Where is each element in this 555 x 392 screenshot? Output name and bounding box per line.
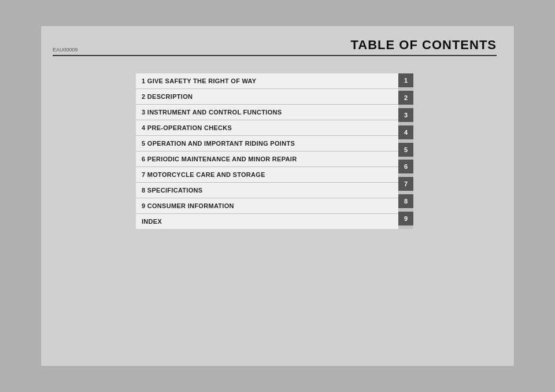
toc-row-label: 7 MOTORCYCLE CARE AND STORAGE	[136, 167, 398, 182]
toc-row-label: 8 SPECIFICATIONS	[136, 183, 398, 198]
toc-row-label: 6 PERIODIC MAINTENANCE AND MINOR REPAIR	[136, 151, 398, 167]
toc-number-badge: 1	[398, 73, 413, 87]
toc-row-label: 4 PRE-OPERATION CHECKS	[136, 120, 398, 135]
page-inner: EAU00009 TABLE OF CONTENTS 1 GIVE SAFETY…	[41, 26, 514, 366]
toc-row[interactable]: 9 CONSUMER INFORMATION	[136, 198, 398, 214]
toc-number-badge: 3	[398, 108, 413, 122]
toc-index-label: INDEX	[136, 214, 398, 229]
toc-row[interactable]: 8 SPECIFICATIONS	[136, 183, 398, 198]
toc-row-label: 3 INSTRUMENT AND CONTROL FUNCTIONS	[136, 105, 398, 120]
toc-row[interactable]: 2 DESCRIPTION	[136, 89, 398, 105]
toc-number-badge: 7	[398, 177, 413, 191]
doc-code: EAU00009	[53, 47, 78, 53]
toc-number-badge: 9	[398, 212, 413, 225]
toc-row-label: 1 GIVE SAFETY THE RIGHT OF WAY	[136, 73, 398, 88]
toc-row[interactable]: 4 PRE-OPERATION CHECKS	[136, 120, 398, 136]
number-col: 123456789	[398, 73, 413, 229]
toc-row[interactable]: 3 INSTRUMENT AND CONTROL FUNCTIONS	[136, 105, 398, 120]
page-container: EAU00009 TABLE OF CONTENTS 1 GIVE SAFETY…	[40, 25, 515, 367]
header-bar: EAU00009 TABLE OF CONTENTS	[53, 38, 497, 56]
toc-number-badge: 4	[398, 125, 413, 139]
toc-row[interactable]: 5 OPERATION AND IMPORTANT RIDING POINTS	[136, 136, 398, 151]
toc-row[interactable]: 7 MOTORCYCLE CARE AND STORAGE	[136, 167, 398, 183]
toc-row-label: 9 CONSUMER INFORMATION	[136, 198, 398, 213]
toc-number-badge: 8	[398, 194, 413, 208]
content-area: 1 GIVE SAFETY THE RIGHT OF WAY2 DESCRIPT…	[53, 73, 497, 229]
toc-number-badge: 6	[398, 160, 413, 173]
toc-row-label: 2 DESCRIPTION	[136, 89, 398, 104]
toc-row[interactable]: 1 GIVE SAFETY THE RIGHT OF WAY	[136, 73, 398, 89]
toc-row[interactable]: 6 PERIODIC MAINTENANCE AND MINOR REPAIR	[136, 151, 398, 167]
page-title: TABLE OF CONTENTS	[351, 38, 497, 53]
toc-number-badge: 5	[398, 143, 413, 157]
toc-number-spacer-last	[398, 225, 413, 229]
toc-row-label: 5 OPERATION AND IMPORTANT RIDING POINTS	[136, 136, 398, 151]
toc-number-badge: 2	[398, 91, 413, 105]
toc-wrapper: 1 GIVE SAFETY THE RIGHT OF WAY2 DESCRIPT…	[136, 73, 413, 229]
toc-table: 1 GIVE SAFETY THE RIGHT OF WAY2 DESCRIPT…	[136, 73, 398, 229]
toc-index-row[interactable]: INDEX	[136, 214, 398, 229]
